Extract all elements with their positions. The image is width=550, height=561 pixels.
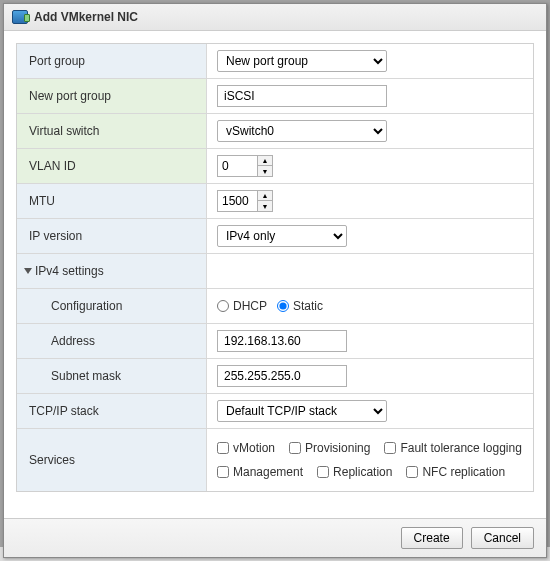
mtu-stepper[interactable]: ▲ ▼ [217, 190, 273, 212]
address-input[interactable] [217, 330, 347, 352]
tcpip-stack-select[interactable]: Default TCP/IP stack [217, 400, 387, 422]
radio-dhcp[interactable] [217, 300, 229, 312]
chk-provisioning[interactable] [289, 442, 301, 454]
label-new-port-group: New port group [17, 79, 207, 113]
row-services: Services vMotion Provisioning Fault tole… [17, 429, 533, 491]
subnet-mask-input[interactable] [217, 365, 347, 387]
virtual-switch-select[interactable]: vSwitch0 [217, 120, 387, 142]
chevron-down-icon [24, 268, 32, 274]
dialog-title: Add VMkernel NIC [34, 10, 138, 24]
row-mtu: MTU ▲ ▼ [17, 184, 533, 219]
ip-version-select[interactable]: IPv4 only [217, 225, 347, 247]
radio-dhcp-label: DHCP [233, 299, 267, 313]
chk-fault-tolerance[interactable] [384, 442, 396, 454]
row-port-group: Port group New port group [17, 44, 533, 79]
chk-provisioning-label: Provisioning [305, 441, 370, 455]
row-configuration: Configuration DHCP Static [17, 289, 533, 324]
row-ip-version: IP version IPv4 only [17, 219, 533, 254]
create-button[interactable]: Create [401, 527, 463, 549]
label-address: Address [17, 324, 207, 358]
chk-nfc-replication-label: NFC replication [422, 465, 505, 479]
row-tcpip-stack: TCP/IP stack Default TCP/IP stack [17, 394, 533, 429]
dialog-footer: Create Cancel [4, 518, 546, 557]
row-ipv4-settings: IPv4 settings [17, 254, 533, 289]
new-port-group-input[interactable] [217, 85, 387, 107]
label-subnet-mask: Subnet mask [17, 359, 207, 393]
label-tcpip-stack: TCP/IP stack [17, 394, 207, 428]
label-virtual-switch: Virtual switch [17, 114, 207, 148]
add-vmkernel-nic-dialog: Add VMkernel NIC Port group New port gro… [3, 3, 547, 558]
mtu-input[interactable] [217, 190, 257, 212]
nic-icon [12, 10, 28, 24]
label-services: Services [17, 429, 207, 491]
radio-static-label: Static [293, 299, 323, 313]
label-mtu: MTU [17, 184, 207, 218]
row-address: Address [17, 324, 533, 359]
dialog-titlebar: Add VMkernel NIC [4, 4, 546, 31]
port-group-select[interactable]: New port group [217, 50, 387, 72]
mtu-down[interactable]: ▼ [258, 201, 272, 211]
label-ipv4-settings[interactable]: IPv4 settings [17, 254, 207, 288]
vlan-id-down[interactable]: ▼ [258, 166, 272, 176]
chk-fault-tolerance-label: Fault tolerance logging [400, 441, 521, 455]
cancel-button[interactable]: Cancel [471, 527, 534, 549]
radio-static[interactable] [277, 300, 289, 312]
vlan-id-up[interactable]: ▲ [258, 156, 272, 166]
chk-vmotion[interactable] [217, 442, 229, 454]
row-vlan-id: VLAN ID ▲ ▼ [17, 149, 533, 184]
chk-management[interactable] [217, 466, 229, 478]
ipv4-settings-text: IPv4 settings [35, 264, 104, 278]
label-vlan-id: VLAN ID [17, 149, 207, 183]
vlan-id-input[interactable] [217, 155, 257, 177]
mtu-up[interactable]: ▲ [258, 191, 272, 201]
label-ip-version: IP version [17, 219, 207, 253]
row-subnet-mask: Subnet mask [17, 359, 533, 394]
chk-replication-label: Replication [333, 465, 392, 479]
row-virtual-switch: Virtual switch vSwitch0 [17, 114, 533, 149]
label-port-group: Port group [17, 44, 207, 78]
label-configuration: Configuration [17, 289, 207, 323]
row-new-port-group: New port group [17, 79, 533, 114]
chk-nfc-replication[interactable] [406, 466, 418, 478]
chk-vmotion-label: vMotion [233, 441, 275, 455]
vlan-id-stepper[interactable]: ▲ ▼ [217, 155, 273, 177]
chk-replication[interactable] [317, 466, 329, 478]
chk-management-label: Management [233, 465, 303, 479]
form: Port group New port group New port group… [16, 43, 534, 492]
